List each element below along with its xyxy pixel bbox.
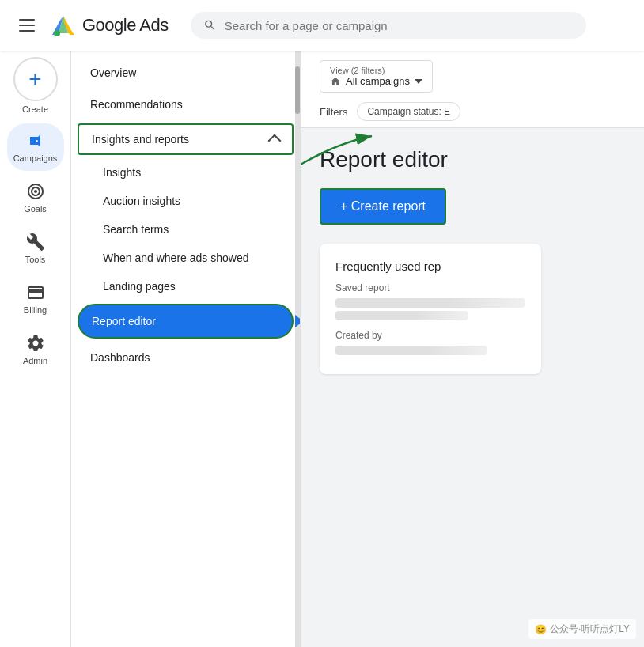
sidebar-item-admin[interactable]: Admin: [7, 326, 64, 373]
scroll-track[interactable]: [295, 51, 300, 647]
sidebar-item-campaigns[interactable]: Campaigns: [7, 123, 64, 171]
goals-label: Goals: [24, 204, 47, 214]
nav-item-insights[interactable]: Insights: [71, 158, 300, 187]
billing-label: Billing: [24, 305, 47, 315]
create-label: Create: [22, 104, 48, 114]
admin-icon: [26, 334, 45, 353]
tools-label: Tools: [25, 255, 46, 264]
plus-icon: +: [28, 68, 41, 90]
create-button[interactable]: +: [13, 57, 58, 101]
admin-label: Admin: [23, 356, 47, 365]
created-by-label: Created by: [335, 330, 525, 341]
nav-item-recommendations[interactable]: Recommendations: [71, 89, 300, 120]
sidebar-item-goals[interactable]: Goals: [7, 174, 64, 221]
view-dropdown[interactable]: View (2 filters) All campaigns: [320, 60, 433, 93]
scroll-thumb: [295, 66, 300, 114]
filter-chip-status[interactable]: Campaign status: E: [357, 102, 460, 121]
create-report-button[interactable]: + Create report: [320, 188, 446, 225]
filter-bar: Filters Campaign status: E: [320, 102, 625, 127]
watermark-text: 公众号·听听点灯LY: [550, 622, 630, 636]
main-layout: + Create Campaigns Goals Tools: [0, 51, 644, 647]
chevron-up-icon: [268, 134, 282, 148]
created-by-section: Created by: [335, 330, 525, 355]
goals-icon: [26, 182, 45, 201]
chevron-down-icon: [415, 79, 422, 84]
content-header: View (2 filters) All campaigns Filters C…: [301, 51, 644, 128]
view-label: View (2 filters): [330, 66, 422, 75]
saved-report-blurred: [335, 298, 525, 308]
svg-point-7: [34, 190, 37, 193]
brand-name: Google Ads: [82, 15, 169, 36]
hamburger-button[interactable]: [13, 13, 41, 38]
search-input[interactable]: [225, 19, 574, 32]
nav-sidebar: Overview Recommendations Insights and re…: [71, 51, 301, 647]
sidebar-item-tools[interactable]: Tools: [7, 225, 64, 272]
sidebar-item-billing[interactable]: Billing: [7, 275, 64, 323]
menu-icon: [19, 19, 35, 32]
logo-area: Google Ads: [51, 13, 169, 38]
campaigns-label: Campaigns: [13, 153, 58, 163]
frequently-used-title: Frequently used rep: [335, 259, 525, 273]
nav-item-search-terms[interactable]: Search terms: [71, 215, 300, 244]
watermark: 😊 公众号·听听点灯LY: [528, 619, 636, 639]
saved-report-section: Saved report: [335, 282, 525, 320]
saved-report-label: Saved report: [335, 282, 525, 293]
google-ads-logo-icon: [51, 13, 76, 38]
nav-item-landing-pages[interactable]: Landing pages: [71, 272, 300, 301]
active-item-container: Report editor: [78, 304, 294, 339]
nav-item-report-editor[interactable]: Report editor: [78, 304, 294, 339]
nav-item-dashboards[interactable]: Dashboards: [71, 342, 300, 373]
filters-row: View (2 filters) All campaigns: [320, 60, 625, 102]
billing-icon: [26, 283, 45, 302]
filters-text: Filters: [320, 106, 347, 118]
icon-sidebar: + Create Campaigns Goals Tools: [0, 51, 71, 647]
search-icon: [203, 18, 217, 32]
report-editor-area: Report editor + Create report Frequently…: [301, 128, 644, 647]
campaigns-icon: [26, 131, 45, 150]
saved-report-blurred-2: [335, 311, 468, 320]
search-bar[interactable]: [191, 12, 586, 39]
tools-icon: [26, 233, 45, 252]
nav-item-insights-reports[interactable]: Insights and reports: [78, 123, 294, 155]
svg-point-6: [54, 30, 60, 36]
nav-arrow-right-icon: [295, 315, 301, 327]
home-icon: [330, 76, 341, 87]
nav-item-overview[interactable]: Overview: [71, 57, 300, 89]
nav-item-when-where[interactable]: When and where ads showed: [71, 244, 300, 272]
header: Google Ads: [0, 0, 644, 51]
campaigns-dropdown-main: All campaigns: [330, 75, 422, 87]
frequently-used-panel: Frequently used rep Saved report Created…: [320, 244, 541, 374]
main-content: View (2 filters) All campaigns Filters C…: [301, 51, 644, 647]
report-editor-title: Report editor: [320, 147, 625, 172]
created-by-blurred: [335, 346, 487, 355]
nav-item-auction-insights[interactable]: Auction insights: [71, 187, 300, 215]
